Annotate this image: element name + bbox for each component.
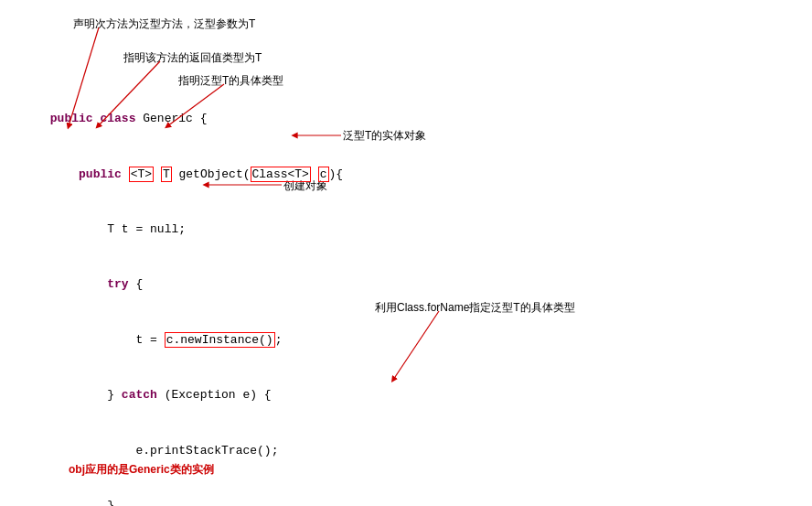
page-container: 声明次方法为泛型方法，泛型参数为T 指明该方法的返回值类型为T 指明泛型T的具体… [0, 0, 812, 506]
annotation-3: 指明泛型T的具体类型 [178, 73, 283, 89]
code-line-7: e.printStackTrace(); [7, 424, 721, 479]
code-line-4: try { [7, 257, 721, 312]
code-line-2: public <T> T getObject(Class<T> c){ [7, 146, 721, 201]
code-line-6: } catch (Exception e) { [7, 368, 721, 423]
code-line-1: public class Generic { [7, 92, 721, 146]
code-line-5: t = c.newInstance(); [7, 313, 721, 368]
code-line-8: } [7, 479, 721, 506]
code-line-3: T t = null; [7, 202, 721, 257]
code-block: public class Generic { public <T> T getO… [0, 92, 721, 506]
annotation-1: 声明次方法为泛型方法，泛型参数为T [73, 16, 255, 32]
annotation-2: 指明该方法的返回值类型为T [123, 50, 262, 66]
